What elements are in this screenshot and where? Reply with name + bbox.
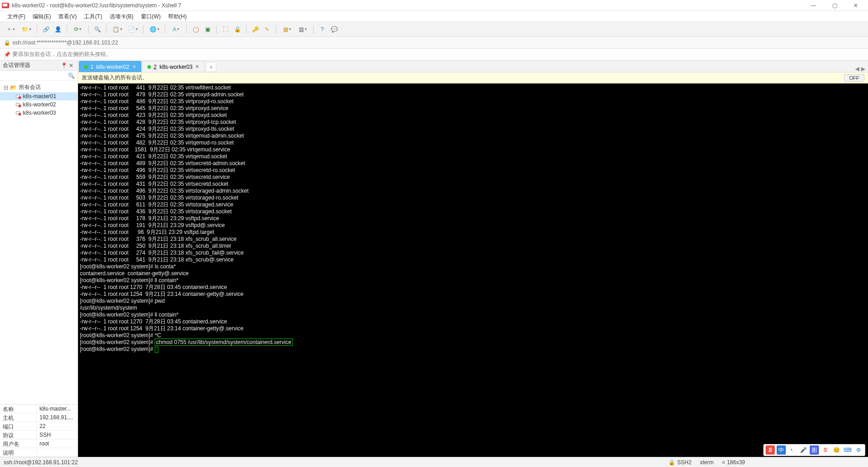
terminal-line: -rw-r--r--. 1 root root 376 9月21日 23:18 … (80, 236, 866, 243)
toolbar-sep (67, 25, 67, 33)
new-tab-button[interactable]: ＋ (206, 62, 216, 72)
key-button[interactable]: 🔑 (250, 24, 260, 34)
ime-sogou-icon[interactable]: S (766, 445, 775, 455)
svg-point-5 (18, 105, 21, 107)
maximize-button[interactable]: ▢ (824, 0, 845, 11)
new-session-button[interactable]: ＋ (4, 24, 17, 34)
open-folder-button[interactable]: 📁 (19, 24, 33, 34)
session-search[interactable]: 🔍 (0, 71, 78, 81)
tab-close-button[interactable]: ✕ (132, 64, 136, 70)
terminal-line: -rw-r--r--. 1 root root 96 9月21日 23:29 v… (80, 229, 866, 236)
connection-status-icon (84, 65, 88, 69)
terminal-line: -rw-r--r--. 1 root root 541 9月21日 23:18 … (80, 256, 866, 263)
broadcast-toggle[interactable]: OFF (844, 74, 864, 82)
menu-file[interactable]: 文件(F) (4, 11, 29, 22)
ime-s2-button[interactable]: S (821, 445, 830, 455)
menu-tabs[interactable]: 选项卡(B) (106, 11, 137, 22)
highlighted-command: chmod 0755 /usr/lib/systemd/system/conta… (155, 339, 293, 346)
session-item[interactable]: k8s-worker03 (0, 109, 78, 117)
close-button[interactable]: ✕ (845, 0, 866, 11)
property-value: 22 (37, 422, 78, 430)
ime-punct-button[interactable]: •, (788, 445, 797, 455)
session-icon (16, 94, 21, 99)
lock-button[interactable]: 🔒 (232, 24, 242, 34)
toolbar-sep (88, 25, 89, 33)
session-tab[interactable]: 1k8s-worker02✕ (79, 61, 141, 72)
terminal-line: -rw-r--r--. 1 root root 441 9月22日 02:35 … (80, 84, 866, 91)
ime-settings-button[interactable]: ⚙ (854, 445, 863, 455)
session-item[interactable]: k8s-master01 (0, 92, 78, 100)
terminal-line: -rw-r--r--. 1 root root 545 9月22日 02:35 … (80, 105, 866, 112)
menu-help[interactable]: 帮助(H) (164, 11, 190, 22)
ime-tray: S 中 •, 🎤 图 S 😊 ⌨ ⚙ (763, 444, 865, 456)
terminal-line: -rw-r--r--. 1 root root 421 9月22日 02:35 … (80, 153, 866, 160)
highlight-button[interactable]: ✎ (262, 24, 272, 34)
link-button[interactable]: 🔗 (41, 24, 51, 34)
tabs-prev-button[interactable]: ◀ (855, 66, 859, 72)
menu-edit[interactable]: 编辑(E) (29, 11, 55, 22)
tabs-row: 1k8s-worker02✕2k8s-worker03✕ ＋ ◀ ▶ (78, 61, 868, 72)
terminal-line: -rw-r--r--. 1 root root 496 9月22日 02:35 … (80, 188, 866, 195)
status-term: xterm (700, 459, 714, 466)
tab-number: 1 (90, 64, 94, 70)
ime-emoji-button[interactable]: 😊 (832, 445, 841, 455)
terminal-line: -rw-r--r--. 1 root root 274 9月21日 23:18 … (80, 250, 866, 256)
toolbar: ＋ 📁 🔗 👤 ⟳ 🔍 📋 📄 🌐 A ◯ ▣ ⛶ 🔒 🔑 ✎ ▦ ▥ ? 💬 (0, 22, 868, 37)
paste-button[interactable]: 📄 (126, 24, 140, 34)
ime-keyboard-button[interactable]: ⌨ (843, 445, 852, 455)
property-key: 说明 (0, 448, 37, 456)
session-item[interactable]: k8s-worker02 (0, 100, 78, 109)
session-manager-title: 会话管理器 (3, 61, 60, 69)
tree-expand-icon[interactable]: ⊟ (4, 84, 8, 91)
font-button[interactable]: A (169, 24, 183, 34)
session-icon (16, 110, 21, 116)
tab-label: k8s-worker03 (159, 64, 192, 70)
property-row: 名称k8s-master... (0, 405, 78, 413)
terminal-line: containerd.service container-getty@.serv… (80, 270, 866, 277)
property-value: k8s-master... (37, 405, 78, 413)
tip-text: 要添加当前会话，点击左侧的箭头按钮。 (12, 50, 112, 58)
terminal-line: -rw-r--r--. 1 root root 489 9月22日 02:35 … (80, 160, 866, 167)
tab-close-button[interactable]: ✕ (195, 64, 199, 70)
session-icon (16, 102, 21, 107)
tabs-next-button[interactable]: ▶ (861, 66, 865, 72)
panels-button[interactable]: ▦ (280, 24, 294, 34)
session-label: k8s-master01 (23, 93, 56, 100)
minimize-button[interactable]: — (803, 0, 824, 11)
tree-root[interactable]: ⊟ 📂 所有会话 (0, 83, 78, 92)
globe-button[interactable]: 🌐 (147, 24, 161, 34)
session-manager-panel: 会话管理器 📍 ✕ 🔍 ⊟ 📂 所有会话 k8s-master01k8s-wor… (0, 61, 78, 457)
panel-close-button[interactable]: ✕ (67, 62, 75, 69)
menu-tools[interactable]: 工具(T) (80, 11, 106, 22)
main-area: 会话管理器 📍 ✕ 🔍 ⊟ 📂 所有会话 k8s-master01k8s-wor… (0, 61, 868, 457)
record-button[interactable]: ◯ (190, 24, 201, 34)
toolbar-sep (106, 25, 106, 33)
layout-button[interactable]: ▥ (296, 24, 309, 34)
search-button[interactable]: 🔍 (92, 24, 102, 34)
right-pane: 1k8s-worker02✕2k8s-worker03✕ ＋ ◀ ▶ 发送键盘输… (78, 61, 868, 457)
session-label: k8s-worker02 (23, 101, 56, 108)
menu-view[interactable]: 查看(V) (55, 11, 80, 22)
reconnect-button[interactable]: ⟳ (71, 24, 84, 34)
search-icon: 🔍 (68, 72, 75, 79)
profile-button[interactable]: 👤 (53, 24, 63, 34)
property-key: 端口 (0, 422, 37, 430)
help-button[interactable]: ? (317, 24, 327, 34)
ime-voice-button[interactable]: 🎤 (799, 445, 808, 455)
ime-image-button[interactable]: 图 (810, 445, 819, 455)
session-label: k8s-worker03 (23, 110, 56, 116)
copy-button[interactable]: 📋 (110, 24, 124, 34)
svg-point-7 (18, 113, 21, 116)
fullscreen-button[interactable]: ⛶ (220, 24, 230, 34)
address-url[interactable]: ssh://root:**************@192.168.91.101… (12, 39, 118, 46)
panel-pin-button[interactable]: 📍 (60, 62, 67, 69)
ime-lang-button[interactable]: 中 (777, 445, 786, 455)
stop-record-button[interactable]: ▣ (202, 24, 213, 34)
property-row: 用户名root (0, 439, 78, 448)
property-value: root (37, 439, 78, 448)
terminal-line: -rw-r--r-- 1 root root 1270 7月28日 03:45 … (80, 284, 866, 291)
menu-window[interactable]: 窗口(W) (137, 11, 164, 22)
terminal[interactable]: -rw-r--r--. 1 root root 441 9月22日 02:35 … (78, 83, 868, 457)
feedback-button[interactable]: 💬 (329, 24, 339, 34)
session-tab[interactable]: 2k8s-worker03✕ (142, 61, 205, 72)
